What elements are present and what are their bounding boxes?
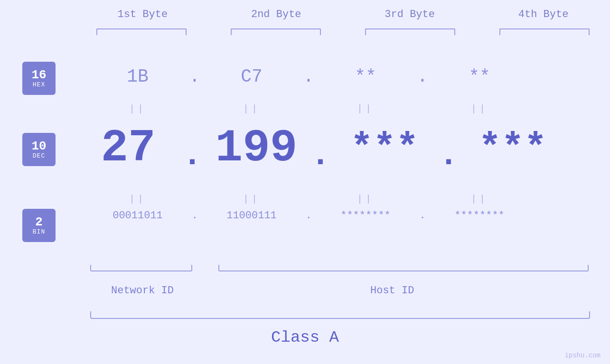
dec-val-b4: *** bbox=[479, 127, 547, 170]
dec-val-b3: *** bbox=[350, 127, 419, 170]
dec-sep-2: . bbox=[310, 137, 330, 174]
hex-sep-2: . bbox=[303, 66, 314, 87]
hex-badge-label: HEX bbox=[33, 81, 45, 88]
dec-sep-3: . bbox=[439, 137, 459, 174]
dec-val-b2: 199 bbox=[216, 122, 298, 174]
bin-sep-3: . bbox=[419, 210, 425, 222]
main-container: 1st Byte 2nd Byte 3rd Byte 4th Byte 16 H… bbox=[0, 0, 610, 364]
bin-val-b2: 11000111 bbox=[226, 210, 277, 222]
dec-val-b1: 27 bbox=[101, 122, 155, 174]
watermark: ipshu.com bbox=[564, 352, 601, 359]
host-id-label: Host ID bbox=[370, 285, 414, 297]
dec-badge: 10 DEC bbox=[22, 133, 56, 166]
bin-badge: 2 BIN bbox=[22, 209, 56, 242]
bin-val-b1: 00011011 bbox=[113, 210, 163, 222]
hex-val-b1: 1B bbox=[127, 66, 149, 87]
eq2-b3: || bbox=[357, 194, 374, 205]
eq1-b3: || bbox=[357, 103, 374, 114]
bin-badge-num: 2 bbox=[35, 216, 43, 228]
headers-row: 1st Byte 2nd Byte 3rd Byte 4th Byte bbox=[90, 9, 596, 20]
bin-val-b4: ******** bbox=[454, 210, 505, 222]
eq1-b4: || bbox=[471, 103, 488, 114]
bin-sep-1: . bbox=[191, 210, 197, 222]
hex-val-b3: ** bbox=[355, 66, 376, 87]
header-byte1: 1st Byte bbox=[118, 9, 168, 20]
hex-badge-num: 16 bbox=[31, 69, 46, 81]
hex-sep-1: . bbox=[189, 66, 200, 87]
bin-values-row: 00011011 . 11000111 . ******** . *******… bbox=[90, 210, 596, 222]
top-brackets-row bbox=[90, 28, 596, 35]
bracket-host-bottom bbox=[218, 265, 589, 271]
header-byte3: 3rd Byte bbox=[385, 9, 435, 20]
dec-values-row: 27 . 199 . *** . *** bbox=[76, 122, 601, 174]
header-byte2: 2nd Byte bbox=[251, 9, 301, 20]
dec-badge-num: 10 bbox=[31, 140, 46, 152]
eq-row-2: || || || || bbox=[90, 194, 596, 205]
header-byte4: 4th Byte bbox=[518, 9, 569, 20]
bin-sep-2: . bbox=[305, 210, 311, 222]
dec-sep-1: . bbox=[182, 137, 202, 174]
bin-val-b3: ******** bbox=[340, 210, 391, 222]
eq2-b1: || bbox=[129, 194, 146, 205]
class-label: Class A bbox=[0, 328, 610, 346]
dec-badge-label: DEC bbox=[33, 152, 45, 159]
eq1-b1: || bbox=[129, 103, 146, 114]
hex-val-b2: C7 bbox=[241, 66, 263, 87]
eq2-b2: || bbox=[243, 194, 260, 205]
hex-values-row: 1B . C7 . ** . ** bbox=[90, 66, 596, 87]
hex-sep-3: . bbox=[417, 66, 428, 87]
eq2-b4: || bbox=[471, 194, 488, 205]
bracket-network-bottom bbox=[90, 265, 192, 271]
bin-badge-label: BIN bbox=[33, 228, 45, 235]
network-id-label: Network ID bbox=[111, 285, 174, 297]
eq1-b2: || bbox=[243, 103, 260, 114]
eq-row-1: || || || || bbox=[90, 103, 596, 114]
hex-val-b4: ** bbox=[469, 66, 490, 87]
bracket-class bbox=[90, 311, 590, 319]
hex-badge: 16 HEX bbox=[22, 62, 56, 95]
